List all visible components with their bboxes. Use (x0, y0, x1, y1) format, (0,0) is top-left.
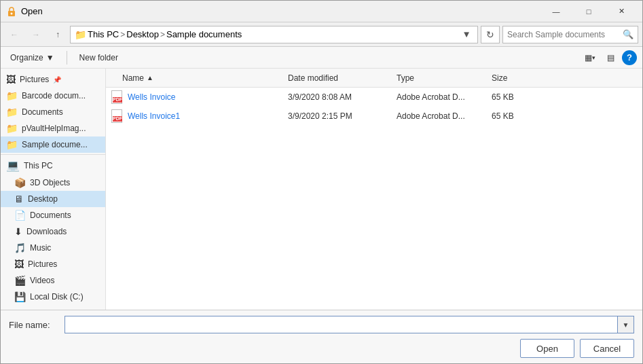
thispc-icon: 💻 (6, 159, 20, 172)
sidebar-item-localdisk[interactable]: 💾 Local Disk (C:) (1, 289, 105, 305)
action-row: Open Cancel (9, 339, 634, 358)
desktop-icon: 🖥 (14, 194, 24, 204)
filename-row: File name: ▼ (9, 316, 634, 333)
sidebar-item-pictures[interactable]: 🖼 Pictures 📌 (1, 71, 105, 88)
bottom-bar: File name: ▼ Open Cancel (1, 310, 642, 363)
up-button[interactable]: ↑ (48, 25, 67, 44)
table-row[interactable]: PDF Wells Invoice1 3/9/2020 2:15 PM Adob… (106, 107, 642, 126)
col-type-header[interactable]: Type (394, 73, 489, 83)
forward-button[interactable]: → (26, 25, 45, 44)
col-type-label: Type (397, 73, 414, 83)
col-date-header[interactable]: Date modified (285, 73, 394, 83)
sidebar-thispc-header[interactable]: 💻 This PC (1, 156, 105, 175)
search-icon: 🔍 (623, 29, 633, 39)
file-list-body: PDF Wells Invoice 3/9/2020 8:08 AM Adobe… (106, 88, 642, 310)
breadcrumb-sample-label: Sample documents (166, 29, 242, 39)
breadcrumb-thispc[interactable]: This PC > (88, 29, 125, 39)
sidebar-item-videos[interactable]: 🎬 Videos (1, 272, 105, 289)
sidebar-item-desktop[interactable]: 🖥 Desktop (1, 191, 105, 207)
documents-qa-icon: 📁 (6, 107, 18, 117)
file-cell-type-1: Adobe Acrobat D... (394, 111, 489, 121)
sidebar-label-sample: Sample docume... (22, 140, 88, 149)
file-cell-name-0: PDF Wells Invoice (109, 90, 285, 104)
window-controls: — □ ✕ (540, 1, 637, 22)
new-folder-label: New folder (79, 53, 118, 62)
breadcrumb-bar: 📁 This PC > Desktop > Sample documents ▼ (70, 26, 478, 43)
toolbar-divider1 (67, 51, 67, 65)
sidebar-label-music: Music (30, 243, 51, 253)
sidebar-item-barcode[interactable]: 📁 Barcode docum... (1, 88, 105, 104)
col-name-header[interactable]: Name ▲ (109, 73, 285, 83)
maximize-button[interactable]: □ (573, 1, 604, 22)
sidebar-item-sample[interactable]: 📁 Sample docume... (1, 136, 105, 153)
cancel-button[interactable]: Cancel (580, 339, 634, 358)
sidebar-item-3dobjects[interactable]: 📦 3D Objects (1, 175, 105, 191)
sidebar-label-documents-qa: Documents (22, 107, 63, 117)
file-cell-type-0: Adobe Acrobat D... (394, 92, 489, 102)
svg-point-1 (11, 12, 13, 14)
file-cell-date-0: 3/9/2020 8:08 AM (285, 92, 394, 102)
sample-icon: 📁 (6, 139, 18, 150)
breadcrumb-sample[interactable]: Sample documents (166, 29, 242, 39)
new-folder-button[interactable]: New folder (75, 52, 122, 64)
open-button[interactable]: Open (520, 339, 574, 358)
pin-icon: 📌 (53, 76, 61, 84)
back-button[interactable]: ← (5, 25, 24, 44)
pdf-icon-1: PDF (111, 109, 124, 123)
close-button[interactable]: ✕ (606, 1, 637, 22)
table-row[interactable]: PDF Wells Invoice 3/9/2020 8:08 AM Adobe… (106, 88, 642, 107)
music-icon: 🎵 (14, 242, 26, 253)
organize-label: Organize (10, 53, 43, 62)
view-grid-button[interactable]: ▦ ▾ (581, 50, 599, 65)
organize-button[interactable]: Organize ▼ (6, 52, 58, 64)
refresh-button[interactable]: ↻ (481, 26, 500, 43)
col-name-label: Name (122, 73, 144, 83)
view-preview-button[interactable]: ▤ (602, 50, 619, 65)
sidebar-label-pictures-pc: Pictures (28, 259, 57, 269)
sidebar-item-music[interactable]: 🎵 Music (1, 240, 105, 256)
sidebar-item-downloads[interactable]: ⬇ Downloads (1, 223, 105, 240)
file-cell-name-1: PDF Wells Invoice1 (109, 109, 285, 123)
pvault-icon: 📁 (6, 123, 18, 134)
file-cell-size-0: 65 KB (489, 92, 543, 102)
sidebar-item-documents-qa[interactable]: 📁 Documents (1, 104, 105, 120)
filename-input[interactable] (65, 316, 618, 333)
breadcrumb-desktop-label: Desktop (126, 29, 159, 39)
sidebar-label-desktop: Desktop (28, 194, 58, 204)
file-list-header: Name ▲ Date modified Type Size (106, 69, 642, 88)
sidebar-divider (1, 154, 105, 155)
breadcrumb-desktop[interactable]: Desktop > (126, 29, 165, 39)
view-grid-icon: ▦ (585, 53, 592, 62)
sidebar-item-pvault[interactable]: 📁 pVaultHelpImag... (1, 120, 105, 136)
open-dialog: Open — □ ✕ ← → ↑ 📁 This PC > Desktop > S… (0, 0, 643, 364)
thispc-label: This PC (24, 161, 53, 170)
breadcrumb-dropdown-button[interactable]: ▼ (460, 26, 473, 43)
sidebar-label-localdisk: Local Disk (C:) (30, 292, 84, 302)
sidebar-item-documents-pc[interactable]: 📄 Documents (1, 207, 105, 223)
sidebar-item-pictures-pc[interactable]: 🖼 Pictures (1, 256, 105, 272)
file-list-pane: Name ▲ Date modified Type Size (106, 69, 642, 310)
nav-bar: ← → ↑ 📁 This PC > Desktop > Sample docum… (1, 22, 642, 47)
file-cell-size-1: 65 KB (489, 111, 543, 121)
sidebar-label-documents-pc: Documents (30, 211, 71, 220)
col-sort-icon: ▲ (147, 74, 153, 81)
sidebar-label-pictures: Pictures (20, 75, 49, 84)
videos-icon: 🎬 (14, 275, 26, 286)
breadcrumb-folder-icon: 📁 (75, 29, 86, 40)
toolbar: Organize ▼ New folder ▦ ▾ ▤ ? (1, 47, 642, 69)
toolbar-right: ▦ ▾ ▤ ? (581, 50, 637, 65)
search-input[interactable] (507, 30, 623, 39)
minimize-button[interactable]: — (540, 1, 572, 22)
view-preview-icon: ▤ (607, 53, 614, 62)
pdf-icon-0: PDF (111, 90, 124, 104)
file-link-0[interactable]: Wells Invoice (128, 92, 175, 102)
filename-dropdown-button[interactable]: ▼ (618, 316, 634, 333)
view-dropdown-icon: ▾ (592, 54, 595, 61)
col-size-header[interactable]: Size (489, 73, 543, 83)
breadcrumb-sep1: > (120, 30, 125, 39)
sidebar: 🖼 Pictures 📌 📁 Barcode docum... 📁 Docume… (1, 69, 106, 310)
sidebar-label-pvault: pVaultHelpImag... (22, 124, 86, 133)
file-link-1[interactable]: Wells Invoice1 (128, 111, 180, 121)
help-button[interactable]: ? (622, 50, 637, 65)
localdisk-icon: 💾 (14, 291, 26, 302)
